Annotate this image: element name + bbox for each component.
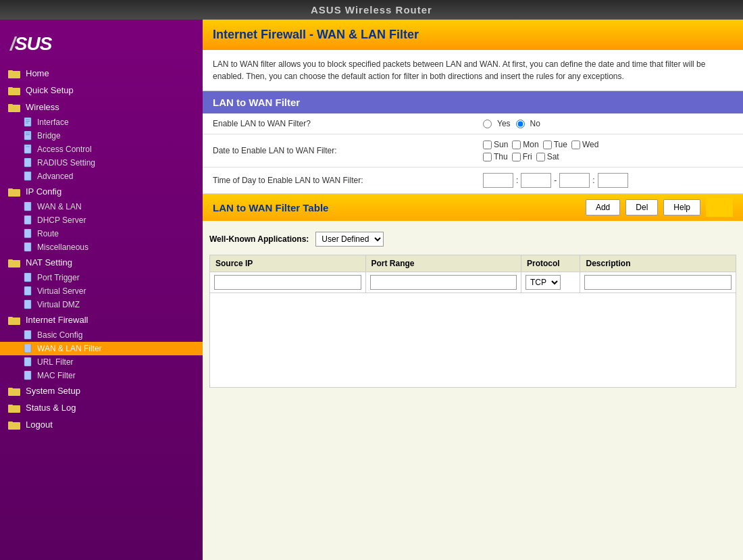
doc-icon — [24, 371, 33, 380]
svg-rect-18 — [8, 188, 13, 190]
svg-rect-30 — [24, 330, 31, 339]
sidebar-item-quick-setup[interactable]: Quick Setup — [0, 82, 203, 99]
sidebar-item-ip-config[interactable]: IP Config — [0, 183, 203, 200]
doc-icon — [24, 229, 33, 238]
svg-rect-26 — [24, 286, 31, 295]
well-known-row: Well-Known Applications: User Defined — [209, 228, 736, 251]
checkbox-thu[interactable] — [483, 153, 492, 161]
no-label: No — [530, 119, 540, 128]
sidebar-item-bridge[interactable]: Bridge — [0, 129, 203, 143]
sidebar-item-route[interactable]: Route — [0, 227, 203, 240]
doc-icon — [24, 344, 33, 353]
sidebar-item-virtual-server[interactable]: Virtual Server — [0, 284, 203, 298]
enable-filter-yes-radio[interactable] — [483, 120, 492, 128]
time-end-hour[interactable] — [559, 173, 590, 188]
doc-icon — [24, 202, 33, 211]
page-title: Internet Firewall - WAN & LAN Filter — [203, 20, 743, 50]
add-button[interactable]: Add — [586, 199, 620, 215]
doc-icon — [24, 172, 33, 181]
del-button[interactable]: Del — [625, 199, 658, 215]
sidebar-item-wireless[interactable]: Wireless — [0, 99, 203, 116]
svg-rect-24 — [8, 259, 13, 261]
content-area: Internet Firewall - WAN & LAN Filter LAN… — [203, 20, 743, 560]
enable-filter-row: Enable LAN to WAN Filter? Yes No — [203, 113, 743, 134]
sidebar-item-nat-setting[interactable]: NAT Setting — [0, 254, 203, 271]
col-source-ip: Source IP — [210, 255, 366, 272]
svg-rect-20 — [24, 215, 31, 224]
time-start-min[interactable] — [521, 173, 551, 188]
source-ip-input[interactable] — [214, 275, 361, 290]
filter-table-title: LAN to WAN Filter Table — [213, 202, 580, 213]
help-button[interactable]: Help — [663, 199, 700, 215]
filter-table-bar: LAN to WAN Filter Table Add Del Help — [203, 194, 743, 221]
time-dash: - — [554, 176, 557, 185]
sidebar-item-status-log[interactable]: Status & Log — [0, 399, 203, 416]
time-start-hour[interactable] — [483, 173, 513, 188]
sidebar-item-basic-config[interactable]: Basic Config — [0, 328, 203, 342]
sidebar-item-interface[interactable]: Interface — [0, 116, 203, 129]
folder-icon — [8, 420, 20, 430]
doc-icon — [24, 118, 33, 127]
port-range-input[interactable] — [370, 275, 517, 290]
sidebar-item-radius-setting[interactable]: RADIUS Setting — [0, 156, 203, 170]
checkbox-sat[interactable] — [536, 153, 545, 161]
logo: /SUS — [0, 26, 203, 65]
sidebar-item-access-control[interactable]: Access Control — [0, 143, 203, 156]
label-thu: Thu — [494, 152, 508, 161]
sidebar-item-advanced[interactable]: Advanced — [0, 170, 203, 183]
doc-icon — [24, 145, 33, 154]
svg-rect-35 — [8, 388, 13, 390]
sidebar-item-wan-lan-filter[interactable]: WAN & LAN Filter — [0, 342, 203, 355]
time-end-min[interactable] — [598, 173, 628, 188]
svg-rect-29 — [8, 317, 13, 319]
checkbox-sun[interactable] — [483, 141, 492, 149]
checkbox-wed[interactable] — [571, 141, 580, 149]
svg-rect-19 — [24, 202, 31, 211]
label-mon: Mon — [523, 140, 538, 149]
sidebar-item-system-setup[interactable]: System Setup — [0, 382, 203, 399]
header: ASUS Wireless Router — [0, 0, 743, 20]
checkbox-tue[interactable] — [543, 141, 552, 149]
yellow-block — [706, 198, 733, 217]
sidebar-item-wan-lan[interactable]: WAN & LAN — [0, 200, 203, 213]
time-colon2: : — [592, 176, 594, 185]
protocol-select[interactable]: TCP UDP Both — [526, 275, 561, 290]
well-known-select[interactable]: User Defined — [315, 232, 384, 247]
label-sat: Sat — [547, 152, 559, 161]
doc-icon — [24, 273, 33, 282]
sidebar-item-mac-filter[interactable]: MAC Filter — [0, 369, 203, 382]
svg-rect-39 — [8, 422, 13, 424]
sidebar-item-miscellaneous[interactable]: Miscellaneous — [0, 240, 203, 254]
time-inputs: : - : — [483, 173, 733, 188]
well-known-label: Well-Known Applications: — [209, 234, 309, 244]
folder-icon — [8, 403, 20, 413]
label-wed: Wed — [582, 140, 598, 149]
data-table: Source IP Port Range Protocol Descriptio… — [209, 255, 736, 293]
sidebar-item-dhcp-server[interactable]: DHCP Server — [0, 213, 203, 227]
folder-icon — [8, 103, 20, 112]
inner-section: Well-Known Applications: User Defined So… — [203, 221, 743, 560]
svg-rect-21 — [24, 229, 31, 238]
folder-icon — [8, 386, 20, 396]
yes-label: Yes — [497, 119, 511, 128]
col-port-range: Port Range — [365, 255, 521, 272]
enable-filter-no-radio[interactable] — [516, 120, 525, 128]
folder-icon — [8, 187, 20, 197]
sidebar-item-url-filter[interactable]: URL Filter — [0, 355, 203, 369]
sidebar-item-home[interactable]: Home — [0, 65, 203, 82]
doc-icon — [24, 330, 33, 340]
enable-filter-radios: Yes No — [483, 119, 733, 128]
checkbox-mon[interactable] — [512, 141, 521, 149]
data-row-input: TCP UDP Both — [210, 272, 736, 293]
sidebar-item-virtual-dmz[interactable]: Virtual DMZ — [0, 298, 203, 311]
sidebar-item-port-trigger[interactable]: Port Trigger — [0, 271, 203, 284]
lan-to-wan-header: LAN to WAN Filter — [203, 91, 743, 113]
checkbox-fri[interactable] — [512, 153, 521, 161]
sidebar-item-logout[interactable]: Logout — [0, 416, 203, 433]
date-filter-label: Date to Enable LAN to WAN Filter: — [203, 134, 473, 168]
sidebar: /SUS Home Quick Setup Wireless Interfa — [0, 20, 203, 560]
empty-rows-area — [209, 293, 736, 388]
svg-rect-25 — [24, 273, 31, 282]
description-input[interactable] — [584, 275, 732, 290]
sidebar-item-internet-firewall[interactable]: Internet Firewall — [0, 311, 203, 328]
